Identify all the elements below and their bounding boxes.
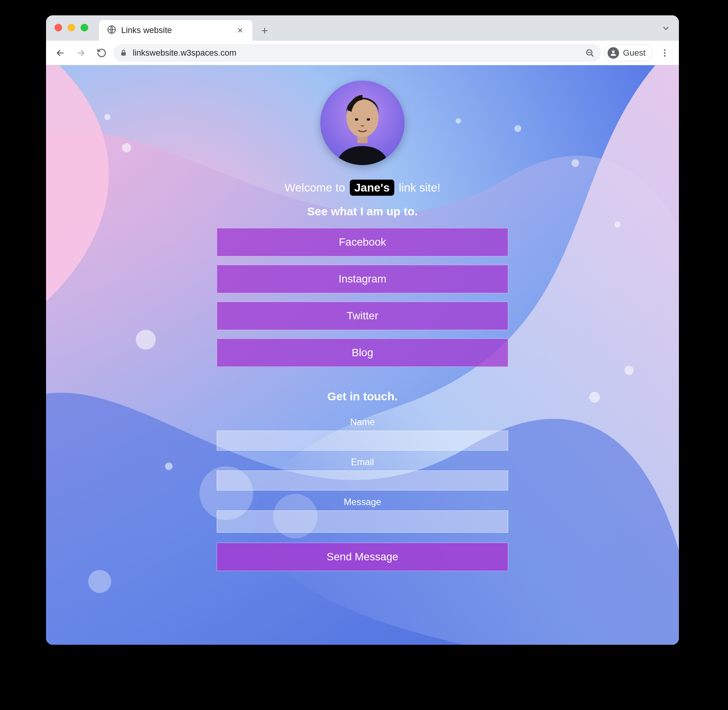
close-tab-button[interactable] <box>235 25 245 36</box>
link-blog[interactable]: Blog <box>217 338 508 367</box>
svg-point-6 <box>664 55 665 56</box>
menu-button[interactable] <box>656 44 674 62</box>
name-label: Name <box>350 417 375 428</box>
email-input[interactable] <box>217 471 508 490</box>
svg-point-25 <box>367 118 370 121</box>
profile-avatar <box>320 81 405 165</box>
tab-strip: Links website <box>46 15 679 41</box>
browser-toolbar: linkswebsite.w3spaces.com Guest <box>46 41 679 65</box>
profile-label: Guest <box>623 48 646 58</box>
email-label: Email <box>351 457 374 467</box>
svg-point-5 <box>664 52 665 53</box>
welcome-line: Welcome to Jane's link site! <box>285 180 440 196</box>
page-viewport: Welcome to Jane's link site! See what I … <box>46 65 679 645</box>
message-label: Message <box>344 497 381 507</box>
contact-title: Get in touch. <box>327 390 397 403</box>
forward-button[interactable] <box>72 44 90 62</box>
window-close-button[interactable] <box>54 24 62 31</box>
tabs-dropdown-button[interactable] <box>658 21 674 36</box>
new-tab-button[interactable] <box>256 22 273 39</box>
svg-rect-1 <box>121 52 126 55</box>
window-minimize-button[interactable] <box>68 24 75 31</box>
link-twitter[interactable]: Twitter <box>217 302 508 330</box>
zoom-icon[interactable] <box>585 48 595 58</box>
address-bar[interactable]: linkswebsite.w3spaces.com <box>114 44 601 62</box>
svg-point-3 <box>612 50 615 53</box>
page-content: Welcome to Jane's link site! See what I … <box>46 65 679 645</box>
tab-title: Links website <box>121 25 230 35</box>
send-message-button[interactable]: Send Message <box>217 543 508 571</box>
url-text: linkswebsite.w3spaces.com <box>133 48 580 58</box>
welcome-suffix: link site! <box>399 181 440 194</box>
name-input[interactable] <box>217 431 508 451</box>
window-maximize-button[interactable] <box>81 24 88 31</box>
svg-point-4 <box>664 49 665 51</box>
profile-chip[interactable]: Guest <box>604 45 653 61</box>
window-controls <box>54 24 88 31</box>
subtitle: See what I am up to. <box>307 205 418 218</box>
link-instagram[interactable]: Instagram <box>217 265 508 293</box>
browser-tab[interactable]: Links website <box>99 20 252 41</box>
link-facebook[interactable]: Facebook <box>217 228 508 256</box>
person-icon <box>608 47 619 59</box>
svg-point-24 <box>355 118 358 121</box>
reload-button[interactable] <box>93 44 110 62</box>
browser-window: Links website <box>46 15 679 645</box>
contact-form: Name Email Message Send Message <box>217 411 508 571</box>
globe-icon <box>107 25 117 36</box>
welcome-prefix: Welcome to <box>285 181 345 194</box>
profile-name-badge: Jane's <box>350 180 394 196</box>
lock-icon <box>120 49 127 57</box>
links-list: Facebook Instagram Twitter Blog <box>217 228 508 367</box>
back-button[interactable] <box>51 44 69 62</box>
message-input[interactable] <box>217 510 508 533</box>
